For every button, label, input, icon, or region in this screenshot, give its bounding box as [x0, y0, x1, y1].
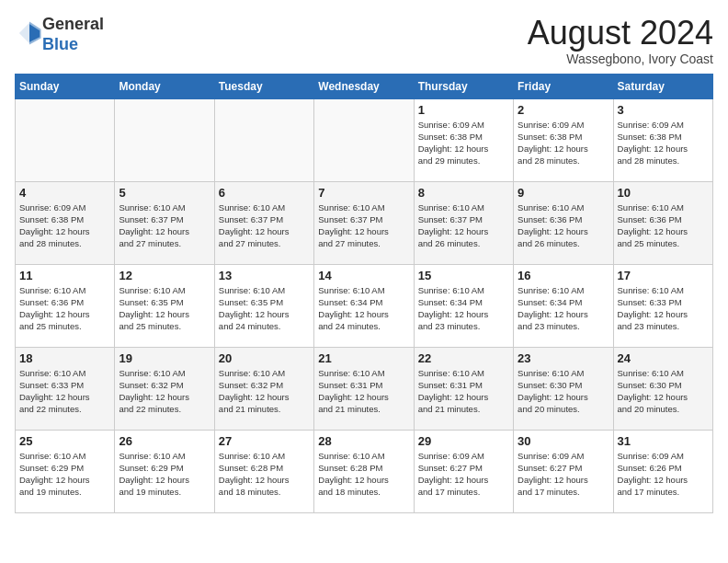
day-number: 19 — [119, 351, 210, 365]
day-number: 6 — [219, 186, 310, 200]
day-info: Sunrise: 6:10 AM Sunset: 6:28 PM Dayligh… — [318, 450, 409, 499]
day-number: 10 — [618, 186, 709, 200]
location-subtitle: Wassegbono, Ivory Coast — [528, 52, 713, 66]
calendar-day-cell: 2Sunrise: 6:09 AM Sunset: 6:38 PM Daylig… — [514, 98, 613, 181]
day-number: 29 — [418, 434, 509, 448]
day-info: Sunrise: 6:09 AM Sunset: 6:27 PM Dayligh… — [418, 450, 509, 499]
month-title: August 2024 — [528, 15, 713, 52]
day-info: Sunrise: 6:10 AM Sunset: 6:37 PM Dayligh… — [219, 201, 310, 250]
calendar-day-cell: 21Sunrise: 6:10 AM Sunset: 6:31 PM Dayli… — [314, 347, 414, 430]
day-info: Sunrise: 6:10 AM Sunset: 6:35 PM Dayligh… — [219, 284, 310, 333]
title-block: August 2024 Wassegbono, Ivory Coast — [528, 15, 713, 66]
calendar-day-cell: 18Sunrise: 6:10 AM Sunset: 6:33 PM Dayli… — [16, 347, 115, 430]
calendar-day-cell: 17Sunrise: 6:10 AM Sunset: 6:33 PM Dayli… — [613, 264, 712, 347]
day-number: 5 — [119, 186, 210, 200]
calendar-week-row: 1Sunrise: 6:09 AM Sunset: 6:38 PM Daylig… — [16, 98, 713, 181]
day-info: Sunrise: 6:10 AM Sunset: 6:30 PM Dayligh… — [518, 367, 609, 416]
day-info: Sunrise: 6:10 AM Sunset: 6:33 PM Dayligh… — [19, 367, 110, 416]
day-number: 3 — [618, 103, 709, 117]
calendar-day-cell: 6Sunrise: 6:10 AM Sunset: 6:37 PM Daylig… — [214, 181, 313, 264]
day-number: 4 — [19, 186, 110, 200]
weekday-header: Friday — [514, 74, 613, 98]
calendar-week-row: 4Sunrise: 6:09 AM Sunset: 6:38 PM Daylig… — [16, 181, 713, 264]
calendar-day-cell: 11Sunrise: 6:10 AM Sunset: 6:36 PM Dayli… — [16, 264, 115, 347]
calendar-day-cell: 8Sunrise: 6:10 AM Sunset: 6:37 PM Daylig… — [414, 181, 513, 264]
day-number: 2 — [518, 103, 609, 117]
calendar-day-cell: 5Sunrise: 6:10 AM Sunset: 6:37 PM Daylig… — [115, 181, 214, 264]
day-number: 23 — [518, 351, 609, 365]
logo: General Blue — [15, 15, 104, 54]
calendar-day-cell — [314, 98, 414, 181]
calendar-day-cell: 23Sunrise: 6:10 AM Sunset: 6:30 PM Dayli… — [514, 347, 613, 430]
calendar-day-cell: 9Sunrise: 6:10 AM Sunset: 6:36 PM Daylig… — [514, 181, 613, 264]
calendar-day-cell: 16Sunrise: 6:10 AM Sunset: 6:34 PM Dayli… — [514, 264, 613, 347]
day-number: 15 — [418, 269, 509, 282]
logo-general-text: General — [42, 15, 104, 33]
day-info: Sunrise: 6:09 AM Sunset: 6:38 PM Dayligh… — [618, 119, 709, 167]
day-number: 7 — [318, 186, 409, 200]
day-number: 26 — [119, 434, 210, 448]
day-number: 11 — [19, 269, 110, 282]
day-info: Sunrise: 6:10 AM Sunset: 6:28 PM Dayligh… — [219, 450, 310, 499]
day-info: Sunrise: 6:09 AM Sunset: 6:38 PM Dayligh… — [418, 119, 509, 167]
day-number: 18 — [19, 351, 110, 365]
day-number: 22 — [418, 351, 509, 365]
day-info: Sunrise: 6:09 AM Sunset: 6:27 PM Dayligh… — [518, 450, 609, 499]
calendar-day-cell: 25Sunrise: 6:10 AM Sunset: 6:29 PM Dayli… — [16, 430, 115, 512]
calendar-day-cell — [214, 98, 313, 181]
logo-blue-text: Blue — [42, 35, 78, 53]
day-number: 30 — [518, 434, 609, 448]
day-number: 1 — [418, 103, 509, 117]
day-info: Sunrise: 6:09 AM Sunset: 6:38 PM Dayligh… — [19, 201, 110, 250]
calendar-day-cell: 19Sunrise: 6:10 AM Sunset: 6:32 PM Dayli… — [115, 347, 214, 430]
weekday-header: Thursday — [414, 74, 513, 98]
calendar-day-cell: 15Sunrise: 6:10 AM Sunset: 6:34 PM Dayli… — [414, 264, 513, 347]
calendar-week-row: 11Sunrise: 6:10 AM Sunset: 6:36 PM Dayli… — [16, 264, 713, 347]
calendar-table: SundayMondayTuesdayWednesdayThursdayFrid… — [15, 74, 713, 513]
day-number: 27 — [219, 434, 310, 448]
day-info: Sunrise: 6:10 AM Sunset: 6:29 PM Dayligh… — [19, 450, 110, 499]
calendar-day-cell: 4Sunrise: 6:09 AM Sunset: 6:38 PM Daylig… — [16, 181, 115, 264]
calendar-day-cell: 31Sunrise: 6:09 AM Sunset: 6:26 PM Dayli… — [613, 430, 712, 512]
calendar-week-row: 25Sunrise: 6:10 AM Sunset: 6:29 PM Dayli… — [16, 430, 713, 512]
day-info: Sunrise: 6:10 AM Sunset: 6:32 PM Dayligh… — [219, 367, 310, 416]
calendar-day-cell: 10Sunrise: 6:10 AM Sunset: 6:36 PM Dayli… — [613, 181, 712, 264]
day-info: Sunrise: 6:10 AM Sunset: 6:37 PM Dayligh… — [318, 201, 409, 250]
day-info: Sunrise: 6:10 AM Sunset: 6:34 PM Dayligh… — [518, 284, 609, 333]
logo-icon — [17, 20, 42, 46]
day-number: 25 — [19, 434, 110, 448]
day-number: 17 — [618, 269, 709, 282]
day-info: Sunrise: 6:10 AM Sunset: 6:31 PM Dayligh… — [418, 367, 509, 416]
calendar-day-cell: 1Sunrise: 6:09 AM Sunset: 6:38 PM Daylig… — [414, 98, 513, 181]
day-info: Sunrise: 6:10 AM Sunset: 6:34 PM Dayligh… — [318, 284, 409, 333]
calendar-day-cell — [16, 98, 115, 181]
day-number: 20 — [219, 351, 310, 365]
calendar-day-cell: 30Sunrise: 6:09 AM Sunset: 6:27 PM Dayli… — [514, 430, 613, 512]
calendar-day-cell: 3Sunrise: 6:09 AM Sunset: 6:38 PM Daylig… — [613, 98, 712, 181]
page-header: General Blue August 2024 Wassegbono, Ivo… — [15, 15, 713, 66]
calendar-day-cell: 20Sunrise: 6:10 AM Sunset: 6:32 PM Dayli… — [214, 347, 313, 430]
calendar-day-cell: 22Sunrise: 6:10 AM Sunset: 6:31 PM Dayli… — [414, 347, 513, 430]
weekday-header: Tuesday — [214, 74, 313, 98]
day-info: Sunrise: 6:10 AM Sunset: 6:37 PM Dayligh… — [119, 201, 210, 250]
day-number: 16 — [518, 269, 609, 282]
day-info: Sunrise: 6:10 AM Sunset: 6:36 PM Dayligh… — [19, 284, 110, 333]
day-number: 21 — [318, 351, 409, 365]
day-number: 13 — [219, 269, 310, 282]
calendar-day-cell: 24Sunrise: 6:10 AM Sunset: 6:30 PM Dayli… — [613, 347, 712, 430]
day-number: 28 — [318, 434, 409, 448]
day-number: 9 — [518, 186, 609, 200]
calendar-day-cell: 14Sunrise: 6:10 AM Sunset: 6:34 PM Dayli… — [314, 264, 414, 347]
calendar-day-cell: 28Sunrise: 6:10 AM Sunset: 6:28 PM Dayli… — [314, 430, 414, 512]
day-info: Sunrise: 6:10 AM Sunset: 6:31 PM Dayligh… — [318, 367, 409, 416]
day-number: 31 — [618, 434, 709, 448]
day-info: Sunrise: 6:09 AM Sunset: 6:26 PM Dayligh… — [618, 450, 709, 499]
day-number: 14 — [318, 269, 409, 282]
calendar-day-cell: 13Sunrise: 6:10 AM Sunset: 6:35 PM Dayli… — [214, 264, 313, 347]
day-info: Sunrise: 6:10 AM Sunset: 6:29 PM Dayligh… — [119, 450, 210, 499]
day-info: Sunrise: 6:10 AM Sunset: 6:37 PM Dayligh… — [418, 201, 509, 250]
weekday-header: Monday — [115, 74, 214, 98]
day-info: Sunrise: 6:09 AM Sunset: 6:38 PM Dayligh… — [518, 119, 609, 167]
day-info: Sunrise: 6:10 AM Sunset: 6:33 PM Dayligh… — [618, 284, 709, 333]
day-number: 8 — [418, 186, 509, 200]
